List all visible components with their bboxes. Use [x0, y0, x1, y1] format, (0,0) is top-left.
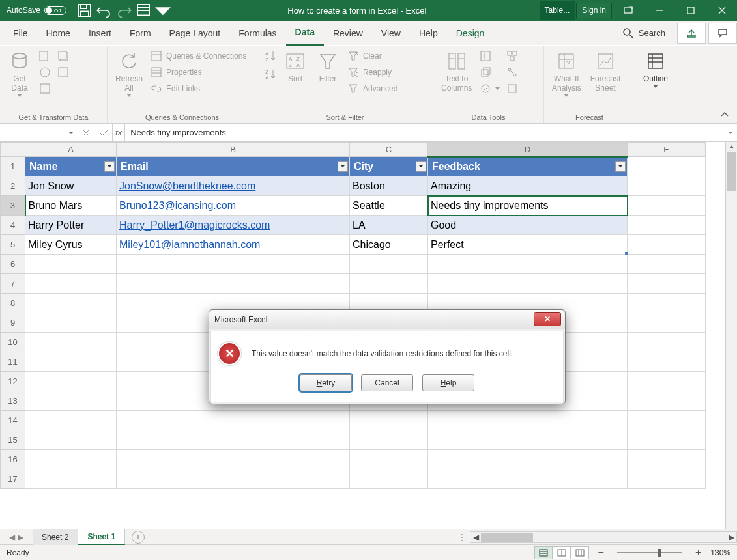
tab-view[interactable]: View — [372, 21, 410, 46]
data-validation-icon[interactable] — [478, 81, 501, 96]
cell-name[interactable]: Harry Potter — [25, 216, 117, 235]
what-if-button[interactable]: ? What-If Analysis — [549, 48, 584, 98]
ribbon-options-icon[interactable] — [613, 0, 643, 21]
get-data-button[interactable]: Get Data — [5, 48, 34, 98]
save-icon[interactable] — [77, 3, 93, 18]
remove-duplicates-icon[interactable] — [478, 64, 501, 80]
edit-links-button[interactable]: Edit Links — [149, 81, 248, 96]
horizontal-scrollbar[interactable]: ◀ ▶ — [470, 531, 737, 543]
scroll-up-icon[interactable] — [726, 142, 737, 152]
cell-name[interactable]: Bruno Mars — [25, 196, 117, 216]
autosave-toggle[interactable]: AutoSave Off — [0, 6, 73, 15]
fx-label[interactable]: fx — [113, 124, 125, 141]
flash-fill-icon[interactable] — [478, 48, 501, 64]
tab-formulas[interactable]: Formulas — [229, 21, 285, 46]
recent-sources-icon[interactable] — [56, 48, 70, 64]
cell-email[interactable]: JonSnow@bendtheknee.com — [117, 176, 350, 196]
formula-input[interactable]: Needs tiny improvements — [125, 124, 737, 141]
cell-feedback[interactable]: Good — [428, 216, 628, 235]
filter-button-email[interactable] — [338, 161, 348, 172]
split-handle-icon[interactable]: ⋮ — [454, 533, 470, 542]
filter-button-city[interactable] — [416, 161, 426, 172]
email-link[interactable]: JonSnow@bendtheknee.com — [119, 180, 255, 191]
name-box[interactable] — [0, 124, 78, 141]
filter-button-feedback[interactable] — [615, 161, 626, 172]
scroll-thumb[interactable] — [727, 152, 736, 191]
reapply-button[interactable]: Reapply — [346, 64, 399, 80]
forecast-sheet-button[interactable]: Forecast Sheet — [588, 48, 624, 94]
header-feedback[interactable]: Feedback — [428, 157, 628, 176]
col-a[interactable]: A — [25, 143, 117, 157]
share-button[interactable] — [677, 23, 706, 44]
cell-feedback[interactable]: Amazing — [428, 176, 628, 196]
tab-page-layout[interactable]: Page Layout — [160, 21, 230, 46]
cell-city[interactable]: Chicago — [350, 235, 428, 255]
email-link[interactable]: Harry_Potter1@magicrocks.com — [119, 219, 270, 231]
minimize-icon[interactable] — [644, 0, 674, 21]
maximize-icon[interactable] — [676, 0, 706, 21]
properties-button[interactable]: Properties — [149, 64, 248, 80]
cell-name[interactable]: Miley Cyrus — [25, 235, 117, 255]
sort-asc-icon[interactable]: AZ — [263, 48, 277, 64]
normal-view-icon[interactable] — [534, 546, 553, 559]
tab-design[interactable]: Design — [447, 21, 494, 46]
form-icon[interactable] — [136, 3, 151, 18]
vertical-scrollbar[interactable] — [725, 142, 737, 529]
help-button[interactable]: Help — [422, 374, 474, 391]
tab-home[interactable]: Home — [37, 21, 79, 46]
sheet-next-icon[interactable]: ▶ — [18, 533, 23, 542]
sheet-tab-sheet2[interactable]: Sheet 2 — [33, 529, 78, 545]
page-break-view-icon[interactable] — [571, 546, 589, 559]
sort-button[interactable]: AZZA Sort — [281, 48, 310, 85]
clear-button[interactable]: Clear — [346, 48, 399, 64]
data-model-icon[interactable] — [505, 81, 519, 96]
cancel-formula-icon[interactable] — [82, 129, 90, 137]
undo-icon[interactable] — [96, 3, 112, 18]
tell-me-search[interactable]: Search — [614, 28, 674, 38]
queries-connections-button[interactable]: Queries & Connections — [149, 48, 248, 64]
cell-email[interactable]: Bruno123@icansing.com — [117, 196, 350, 216]
from-web-icon[interactable] — [38, 64, 52, 80]
redo-icon[interactable] — [116, 3, 132, 18]
sort-desc-icon[interactable]: ZA — [263, 66, 277, 82]
tab-help[interactable]: Help — [410, 21, 447, 46]
col-c[interactable]: C — [350, 143, 428, 157]
col-e[interactable]: E — [628, 143, 706, 157]
refresh-all-button[interactable]: Refresh All — [113, 48, 145, 98]
new-sheet-button[interactable]: + — [132, 531, 145, 544]
zoom-level[interactable]: 130% — [710, 548, 730, 557]
dialog-title-bar[interactable]: Microsoft Excel ✕ — [209, 310, 565, 329]
zoom-in-button[interactable]: + — [693, 547, 704, 559]
sheet-tab-sheet1[interactable]: Sheet 1 — [78, 529, 125, 545]
filter-button[interactable]: Filter — [313, 48, 342, 85]
outline-button[interactable]: Outline — [641, 48, 671, 89]
email-link[interactable]: Bruno123@icansing.com — [119, 200, 236, 211]
dialog-close-button[interactable]: ✕ — [534, 312, 561, 326]
qat-customize-icon[interactable] — [155, 3, 171, 18]
zoom-out-button[interactable]: − — [596, 547, 607, 559]
tab-data[interactable]: Data — [286, 21, 324, 46]
cell-city[interactable]: Seattle — [350, 196, 428, 216]
cell-name[interactable]: Jon Snow — [25, 176, 117, 196]
collapse-ribbon-icon[interactable] — [717, 109, 732, 120]
cell-city[interactable]: Boston — [350, 176, 428, 196]
advanced-button[interactable]: Advanced — [346, 81, 399, 96]
sheet-prev-icon[interactable]: ◀ — [9, 533, 15, 542]
tab-insert[interactable]: Insert — [79, 21, 121, 46]
cell-email[interactable]: Miley101@iamnothannah.com — [117, 235, 350, 255]
scroll-left-icon[interactable]: ◀ — [470, 533, 481, 542]
zoom-slider[interactable] — [617, 552, 682, 553]
col-d[interactable]: D — [428, 143, 628, 157]
cell-email[interactable]: Harry_Potter1@magicrocks.com — [117, 216, 350, 235]
hscroll-thumb[interactable] — [481, 533, 533, 542]
email-link[interactable]: Miley101@iamnothannah.com — [119, 239, 260, 250]
col-b[interactable]: B — [117, 143, 350, 157]
tab-file[interactable]: File — [4, 21, 37, 46]
cell-feedback[interactable]: Perfect — [428, 235, 628, 255]
scroll-right-icon[interactable]: ▶ — [726, 533, 736, 542]
existing-conn-icon[interactable] — [56, 64, 70, 80]
cell-feedback[interactable]: Needs tiny improvements — [428, 196, 628, 216]
text-to-columns-button[interactable]: Text to Columns — [439, 48, 474, 94]
relationships-icon[interactable] — [505, 64, 519, 80]
header-name[interactable]: Name — [25, 157, 117, 176]
